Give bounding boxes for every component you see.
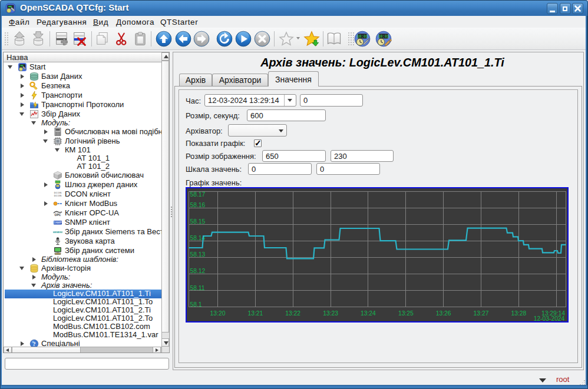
svg-text:58.11: 58.11 bbox=[190, 285, 205, 291]
svg-text:13:21: 13:21 bbox=[248, 310, 263, 317]
svg-text:58.13: 58.13 bbox=[190, 251, 206, 258]
svg-text:10:01: 10:01 bbox=[356, 34, 368, 38]
svg-text:DCON: DCON bbox=[54, 194, 61, 197]
svg-text:13:24: 13:24 bbox=[361, 310, 376, 317]
svg-text:12-03-2024: 12-03-2024 bbox=[534, 315, 565, 321]
svg-text:13:28: 13:28 bbox=[511, 310, 526, 317]
svg-text:13:27: 13:27 bbox=[474, 310, 489, 317]
svg-text:SIEMENS: SIEMENS bbox=[53, 231, 62, 234]
svg-text:OPC: OPC bbox=[55, 213, 61, 217]
svg-text:13:20: 13:20 bbox=[210, 310, 226, 317]
svg-text:13:26: 13:26 bbox=[436, 310, 451, 317]
svg-text:13:25: 13:25 bbox=[398, 310, 414, 317]
svg-text:13:23: 13:23 bbox=[323, 310, 338, 317]
svg-text:58.12: 58.12 bbox=[190, 268, 206, 274]
svg-text:SNMP: SNMP bbox=[54, 221, 61, 224]
svg-text:58.1: 58.1 bbox=[190, 301, 202, 308]
svg-text:13:22: 13:22 bbox=[285, 310, 300, 317]
svg-text:58.17: 58.17 bbox=[190, 191, 206, 198]
svg-text:10:01: 10:01 bbox=[378, 34, 389, 38]
svg-text:58.15: 58.15 bbox=[190, 218, 206, 225]
svg-text:58.16: 58.16 bbox=[190, 202, 206, 208]
